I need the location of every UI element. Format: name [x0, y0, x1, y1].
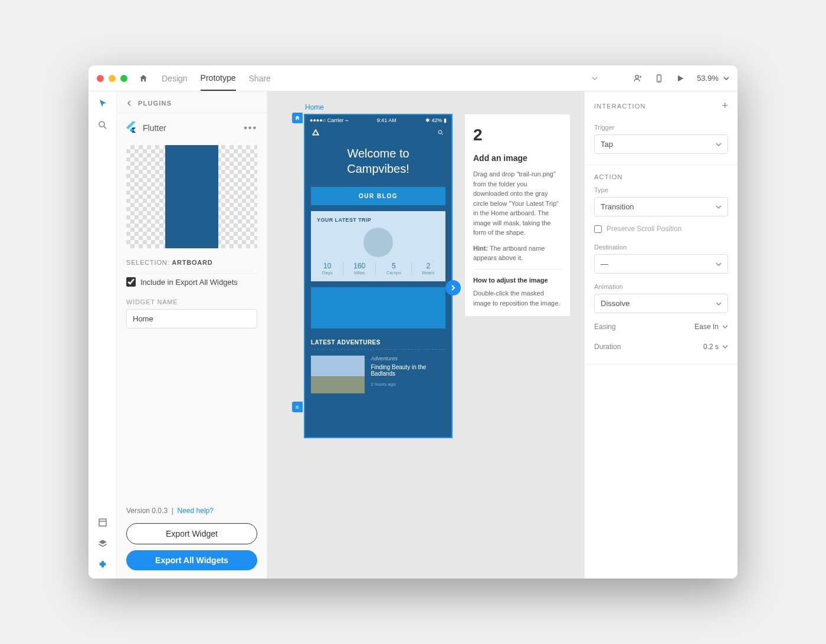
easing-row: Easing Ease In	[585, 317, 738, 337]
selection-label: SELECTION: ARTBOARD	[117, 257, 267, 273]
chevron-down-icon	[723, 75, 729, 81]
type-label: Type	[585, 180, 738, 197]
search-icon	[437, 129, 444, 136]
tutorial-body1: Drag and drop "trail-run.png" from the f…	[473, 169, 562, 238]
mode-tabs: Design Prototype Share	[162, 66, 271, 91]
include-export-checkbox[interactable]: Include in Export All Widgets	[117, 274, 267, 295]
prototype-handle[interactable]	[445, 280, 461, 295]
chevron-down-icon	[716, 142, 722, 147]
tutorial-step-number: 2	[473, 123, 562, 147]
close-window[interactable]	[97, 75, 104, 82]
assets-icon[interactable]	[97, 517, 108, 528]
artboard-thumbnail	[126, 145, 257, 248]
preserve-scroll-checkbox[interactable]: Preserve Scroll Position	[585, 220, 738, 238]
plugin-name: Flutter	[143, 123, 238, 133]
svg-line-4	[104, 126, 106, 129]
trip-card: YOUR LATEST TRIP 10Days 160Miles 5Camps …	[311, 211, 445, 281]
maximize-window[interactable]	[120, 75, 127, 82]
titlebar-actions: 53.9%	[633, 74, 729, 83]
help-link[interactable]: Need help?	[178, 507, 214, 515]
export-all-widgets-button[interactable]: Export All Widgets	[126, 550, 257, 570]
tutorial-card: 2 Add an image Drag and drop "trail-run.…	[464, 114, 571, 317]
adventure-card: Adventures Finding Beauty in the Badland…	[311, 349, 445, 393]
easing-select[interactable]: Ease In	[694, 323, 728, 331]
segment-marker-icon[interactable]: ≡	[292, 402, 303, 412]
back-caret-icon[interactable]	[126, 100, 132, 106]
invite-icon[interactable]	[633, 74, 643, 83]
duration-row: Duration 0.2 s	[585, 337, 738, 357]
layers-icon[interactable]	[97, 538, 108, 549]
app-logo-icon	[312, 129, 319, 136]
home-icon[interactable]	[138, 74, 149, 83]
chevron-down-icon	[716, 261, 722, 267]
blog-button: OUR BLOG	[311, 187, 445, 205]
app-body: PLUGINS Flutter ••• SELECTION: ARTBOARD …	[88, 91, 738, 579]
minimize-window[interactable]	[109, 75, 116, 82]
search-icon[interactable]	[97, 120, 108, 130]
svg-line-8	[442, 134, 444, 136]
adventure-image	[311, 356, 365, 393]
traffic-lights	[97, 75, 127, 82]
animation-label: Animation	[585, 277, 738, 294]
export-widget-button[interactable]: Export Widget	[126, 523, 257, 544]
right-panel: INTERACTION + Trigger Tap ACTION Type Tr…	[584, 91, 738, 579]
animation-select[interactable]: Dissolve	[594, 294, 728, 313]
svg-point-3	[99, 121, 104, 127]
trigger-label: Trigger	[585, 118, 738, 134]
svg-point-7	[438, 130, 442, 134]
titlebar: Design Prototype Share 53.9%	[88, 65, 738, 91]
tab-prototype[interactable]: Prototype	[201, 66, 236, 91]
home-marker-icon[interactable]	[292, 113, 303, 123]
destination-label: Destination	[585, 238, 738, 254]
svg-point-0	[635, 75, 638, 78]
include-export-input[interactable]	[126, 277, 136, 287]
interaction-header: INTERACTION +	[585, 91, 738, 118]
chevron-down-icon	[716, 204, 722, 210]
zoom-selector[interactable]: 53.9%	[697, 74, 729, 83]
adventures-title: LATEST ADVENTURES	[305, 334, 451, 349]
artboard-home[interactable]: ●●●●○ Carrier ⏦ 9:41 AM ✱ 42% ▮ Welcome …	[304, 114, 453, 438]
widget-name-input[interactable]	[126, 309, 257, 328]
tab-design[interactable]: Design	[162, 67, 188, 90]
app-window: Design Prototype Share 53.9%	[88, 65, 738, 579]
welcome-text: Welcome toCampvibes!	[305, 140, 451, 187]
panel-title: PLUGINS	[138, 100, 172, 107]
trip-title: YOUR LATEST TRIP	[317, 217, 440, 223]
svg-rect-5	[99, 519, 106, 526]
add-interaction-button[interactable]: +	[722, 100, 728, 112]
trigger-select[interactable]: Tap	[594, 134, 728, 154]
status-bar: ●●●●○ Carrier ⏦ 9:41 AM ✱ 42% ▮	[305, 115, 451, 126]
play-icon[interactable]	[676, 74, 685, 83]
plugins-icon[interactable]	[97, 560, 108, 570]
destination-select[interactable]: —	[594, 254, 728, 274]
pointer-tool-icon[interactable]	[97, 98, 108, 109]
tab-share[interactable]: Share	[249, 67, 271, 90]
widget-name-label: WIDGET NAME	[117, 295, 267, 309]
tutorial-heading: Add an image	[473, 152, 562, 165]
left-panel: PLUGINS Flutter ••• SELECTION: ARTBOARD …	[117, 91, 267, 579]
trip-stats: 10Days 160Miles 5Camps 2Bears	[317, 262, 440, 275]
plugin-row: Flutter •••	[117, 113, 267, 143]
zoom-value: 53.9%	[697, 74, 719, 83]
version-row: Version 0.0.3 | Need help?	[126, 507, 257, 517]
tool-rail	[88, 91, 117, 579]
type-select[interactable]: Transition	[594, 197, 728, 216]
trip-image-placeholder	[363, 228, 393, 257]
panel-header: PLUGINS	[117, 91, 267, 113]
chevron-down-icon	[722, 324, 728, 330]
plugin-menu-icon[interactable]: •••	[244, 123, 257, 133]
chevron-down-icon	[722, 344, 728, 350]
duration-select[interactable]: 0.2 s	[703, 343, 728, 351]
chevron-down-icon	[716, 301, 722, 307]
device-preview-icon[interactable]	[654, 74, 664, 83]
app-header	[305, 126, 451, 140]
panel-footer: Version 0.0.3 | Need help? Export Widget…	[117, 498, 267, 579]
artboard-label[interactable]: Home	[305, 103, 324, 111]
map-card	[311, 287, 445, 328]
action-header: ACTION	[585, 167, 738, 180]
flutter-logo-icon	[126, 121, 137, 134]
canvas[interactable]: Home ≡ ●●●●○ Carrier ⏦ 9:41 AM ✱ 42% ▮ W…	[267, 91, 584, 579]
chevron-down-icon[interactable]	[592, 75, 598, 81]
